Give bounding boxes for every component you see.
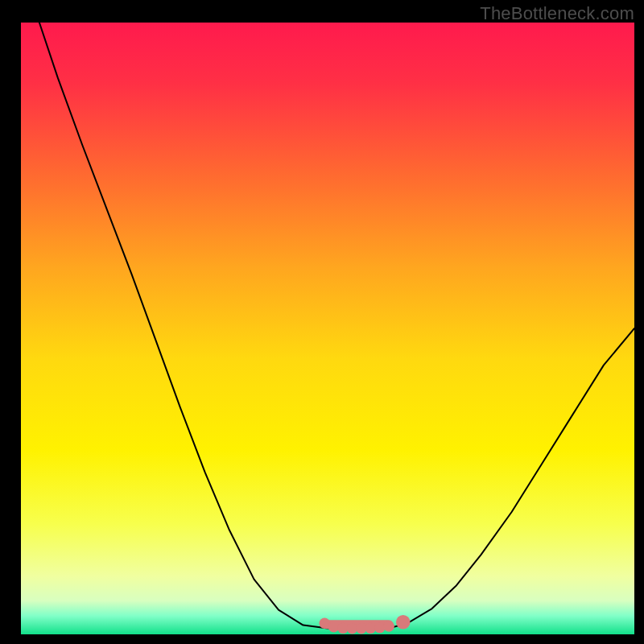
marker-dot [365,623,376,634]
marker-dot [356,623,366,634]
bottleneck-chart [0,0,644,644]
marker-dot [328,621,339,632]
marker-dot [347,623,357,634]
marker-dot [337,623,348,634]
marker-dot [319,618,329,629]
plot-background [21,23,634,634]
marker-dot [383,621,394,631]
chart-frame: TheBottleneck.com [0,0,644,644]
watermark-text: TheBottleneck.com [480,3,634,24]
marker-dot [396,615,411,630]
marker-dot [374,622,385,633]
